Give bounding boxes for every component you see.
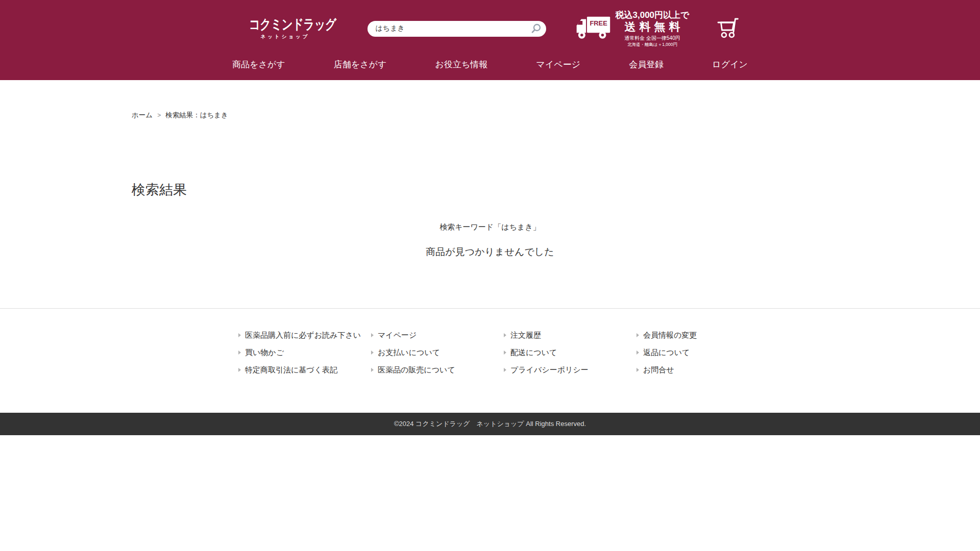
arrow-right-icon [238, 350, 241, 355]
footer-link-delivery[interactable]: 配送について [504, 348, 623, 356]
arrow-right-icon [504, 350, 506, 355]
cart-button[interactable] [717, 16, 740, 41]
nav-item-register[interactable]: 会員登録 [629, 59, 664, 70]
footer-link-contact[interactable]: お問合せ [636, 366, 755, 373]
header-top: コクミンドラッグ ネットショップ FREE [0, 0, 980, 53]
breadcrumb-separator: > [157, 112, 161, 119]
search-box [368, 21, 546, 37]
main-nav: 商品をさがす 店舗をさがす お役立ち情報 マイページ 会員登録 ログイン [232, 55, 748, 73]
arrow-right-icon [636, 368, 639, 372]
footer-link-label: 注文履歴 [510, 331, 541, 339]
search-icon [530, 23, 542, 34]
arrow-right-icon [636, 350, 639, 355]
footer-column-3: 注文履歴 配送について プライバシーポリシー [490, 331, 623, 383]
logo-text: コクミンドラッグ [249, 17, 321, 33]
footer-link-label: お支払いについて [378, 348, 440, 356]
breadcrumb: ホーム>検索結果：はちまき [132, 112, 848, 119]
logo[interactable]: コクミンドラッグ ネットショップ [240, 17, 331, 40]
footer-links: 医薬品購入前に必ずお読み下さい 買い物かご 特定商取引法に基づく表記 マイページ… [0, 309, 980, 383]
footer-link-drug-notice[interactable]: 医薬品購入前に必ずお読み下さい [238, 331, 357, 339]
arrow-right-icon [371, 368, 374, 372]
nav-item-useful-info[interactable]: お役立ち情報 [435, 59, 488, 70]
shipping-text: 税込3,000円以上で 送料無料 通常料金 全国一律540円 北海道・離島は＋1… [616, 10, 690, 47]
nav-item-mypage[interactable]: マイページ [536, 59, 580, 70]
search-keyword-line: 検索キーワード「はちまき」 [132, 222, 848, 232]
nav-item-login[interactable]: ログイン [712, 59, 748, 70]
footer-link-mypage[interactable]: マイページ [371, 331, 490, 339]
arrow-right-icon [238, 368, 241, 372]
shipping-note1: 通常料金 全国一律540円 [616, 35, 690, 41]
nav-item-find-stores[interactable]: 店舗をさがす [334, 59, 387, 70]
footer-link-label: 配送について [510, 348, 557, 356]
footer-link-label: お問合せ [643, 366, 674, 373]
search-button[interactable] [530, 23, 542, 35]
footer-link-member-info[interactable]: 会員情報の変更 [636, 331, 755, 339]
footer-link-commercial-law[interactable]: 特定商取引法に基づく表記 [238, 366, 357, 373]
footer-link-privacy-policy[interactable]: プライバシーポリシー [504, 366, 623, 373]
footer-link-order-history[interactable]: 注文履歴 [504, 331, 623, 339]
footer-link-label: 特定商取引法に基づく表記 [245, 366, 337, 373]
arrow-right-icon [371, 333, 374, 337]
copyright-bar: ©2024 コクミンドラッグ ネットショップ All Rights Reserv… [0, 413, 980, 435]
footer-link-label: マイページ [378, 331, 416, 339]
cart-icon [717, 16, 740, 39]
arrow-right-icon [371, 350, 374, 355]
free-shipping-banner: FREE 税込3,000円以上で 送料無料 通常料金 全国一律540円 北海道・… [575, 10, 690, 47]
logo-subtitle: ネットショップ [240, 34, 331, 40]
footer-link-returns[interactable]: 返品について [636, 348, 755, 356]
footer-link-label: プライバシーポリシー [510, 366, 589, 373]
footer-link-cart[interactable]: 買い物かご [238, 348, 357, 356]
arrow-right-icon [504, 333, 506, 337]
footer-link-label: 返品について [643, 348, 690, 356]
footer-column-1: 医薬品購入前に必ずお読み下さい 買い物かご 特定商取引法に基づく表記 [225, 331, 357, 383]
main-content: ホーム>検索結果：はちまき 検索結果 検索キーワード「はちまき」 商品が見つかり… [0, 80, 980, 309]
shipping-line1: 税込3,000円以上で [616, 10, 690, 20]
footer-link-drug-sales[interactable]: 医薬品の販売について [371, 366, 490, 373]
footer-link-label: 買い物かご [245, 348, 284, 356]
shipping-note2: 北海道・離島は＋1,000円 [616, 42, 690, 47]
arrow-right-icon [636, 333, 639, 337]
site-footer: 医薬品購入前に必ずお読み下さい 買い物かご 特定商取引法に基づく表記 マイページ… [0, 309, 980, 435]
footer-link-label: 医薬品の販売について [378, 366, 455, 373]
shipping-line2: 送料無料 [616, 20, 690, 33]
arrow-right-icon [238, 333, 241, 337]
breadcrumb-current: 検索結果：はちまき [165, 111, 228, 119]
search-input[interactable] [368, 21, 546, 37]
page-title: 検索結果 [132, 181, 848, 199]
no-results-message: 商品が見つかりませんでした [132, 245, 848, 259]
breadcrumb-home-link[interactable]: ホーム [132, 111, 153, 119]
footer-link-label: 医薬品購入前に必ずお読み下さい [245, 331, 361, 339]
footer-link-label: 会員情報の変更 [643, 331, 697, 339]
footer-link-payment[interactable]: お支払いについて [371, 348, 490, 356]
arrow-right-icon [504, 368, 506, 372]
copyright-text: ©2024 コクミンドラッグ ネットショップ All Rights Reserv… [394, 419, 586, 429]
nav-item-find-products[interactable]: 商品をさがす [232, 59, 285, 70]
site-header: コクミンドラッグ ネットショップ FREE [0, 0, 980, 80]
footer-column-2: マイページ お支払いについて 医薬品の販売について [357, 331, 490, 383]
footer-column-4: 会員情報の変更 返品について お問合せ [623, 331, 755, 383]
truck-icon: FREE [575, 15, 611, 42]
free-badge: FREE [590, 19, 607, 27]
